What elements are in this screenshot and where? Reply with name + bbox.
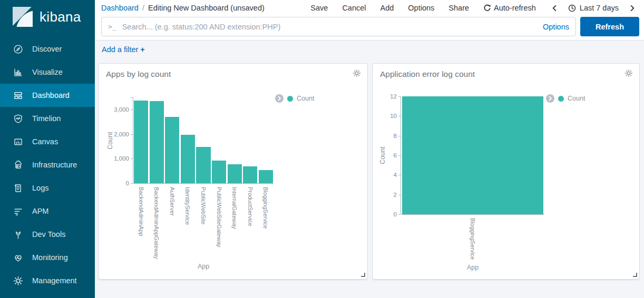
x-axis-title: App — [198, 263, 209, 270]
y-tick-mark — [131, 183, 133, 184]
frame-icon — [13, 137, 23, 147]
sidebar-item-label: Timelion — [32, 114, 61, 123]
search-input[interactable] — [122, 23, 538, 31]
chart-bar-IdentityService[interactable] — [181, 135, 195, 183]
bar-chart-icon — [13, 67, 23, 77]
refresh-button[interactable]: Refresh — [580, 17, 639, 36]
sidebar-item-monitoring[interactable]: Monitoring — [0, 246, 95, 269]
y-tick-mark — [131, 134, 133, 135]
y-tick-label: 12 — [374, 93, 397, 100]
chart-bar-BackendAdminApp[interactable] — [134, 101, 148, 183]
sidebar: kibana DiscoverVisualizeDashboardTimelio… — [0, 0, 95, 298]
kibana-logo-icon — [13, 7, 33, 27]
y-axis-top-tick — [131, 97, 133, 98]
chevron-right-icon — [629, 5, 636, 12]
action-options[interactable]: Options — [408, 4, 434, 12]
y-axis-line — [401, 96, 401, 214]
sidebar-item-timelion[interactable]: Timelion — [0, 107, 95, 130]
y-axis-line — [133, 97, 133, 183]
legend-series-dot[interactable] — [287, 96, 293, 102]
y-tick-mark — [398, 136, 401, 136]
sidebar-item-logs[interactable]: Logs — [0, 176, 95, 200]
y-tick-label: 0 — [106, 180, 129, 187]
legend-series-label[interactable]: Count — [568, 95, 585, 102]
y-tick-mark — [398, 214, 401, 215]
sidebar-item-visualize[interactable]: Visualize — [0, 61, 95, 84]
action-add[interactable]: Add — [380, 4, 394, 12]
wrench-icon — [13, 230, 23, 240]
chart-bar-PublicWebSite[interactable] — [196, 147, 210, 183]
x-category-label: AuthServer — [169, 187, 175, 216]
y-tick-label: 2 — [374, 191, 397, 198]
topbar-actions: SaveCancelAddOptionsShare — [310, 4, 469, 12]
terminal-prompt-icon: >_ — [108, 23, 116, 31]
sidebar-item-label: APM — [32, 207, 48, 215]
y-tick-mark — [398, 155, 401, 156]
time-back-button[interactable] — [551, 5, 558, 12]
sidebar-item-label: Monitoring — [32, 253, 68, 262]
legend-toggle-icon[interactable] — [546, 94, 554, 103]
action-cancel[interactable]: Cancel — [342, 4, 366, 12]
breadcrumb-current: Editing New Dashboard (unsaved) — [148, 4, 265, 12]
legend-series-dot[interactable] — [558, 96, 564, 102]
x-category-label: PublicWebSiteGateway — [216, 187, 222, 247]
time-range-button[interactable]: Last 7 days — [568, 4, 619, 12]
auto-refresh-button[interactable]: Auto-refresh — [483, 4, 536, 12]
sidebar-item-label: Dev Tools — [32, 230, 65, 239]
search-options-link[interactable]: Options — [543, 23, 569, 31]
chart-bar-PublicWebSiteGateway[interactable] — [212, 161, 226, 183]
chart-bar-ProductService[interactable] — [243, 166, 257, 183]
refresh-cycle-icon — [483, 4, 491, 12]
shield-chart-icon — [13, 114, 23, 124]
sidebar-item-management[interactable]: Management — [0, 269, 95, 292]
breadcrumb-dashboard-link[interactable]: Dashboard — [101, 4, 139, 12]
y-tick-label: 3,000 — [106, 106, 129, 113]
y-tick-mark — [398, 96, 401, 97]
kibana-logo[interactable]: kibana — [0, 0, 95, 32]
sidebar-item-infrastructure[interactable]: Infrastructure — [0, 153, 95, 176]
bar-chart-apps-by-log-count: 01,0002,0003,000BackendAdminAppBackendAd… — [99, 64, 367, 279]
action-share[interactable]: Share — [448, 4, 469, 12]
sidebar-item-apm[interactable]: APM — [0, 200, 95, 223]
x-axis-title: App — [467, 264, 479, 271]
add-filter-link[interactable]: Add a filter+ — [102, 45, 145, 54]
sidebar-item-dev-tools[interactable]: Dev Tools — [0, 223, 95, 246]
search-box: >_ Options — [101, 17, 576, 36]
y-tick-mark — [131, 110, 133, 110]
x-category-label: BloggingService — [262, 187, 269, 229]
dashboard-grid-icon — [13, 91, 23, 101]
top-bar: Dashboard / Editing New Dashboard (unsav… — [95, 0, 644, 16]
sidebar-item-label: Discover — [32, 45, 62, 53]
sidebar-item-discover[interactable]: Discover — [0, 37, 95, 61]
chart-bar-AuthServer[interactable] — [165, 117, 179, 183]
legend-toggle-icon[interactable] — [275, 94, 284, 103]
scroll-icon — [13, 183, 23, 193]
legend-series-label[interactable]: Count — [297, 95, 314, 102]
chart-bar-BloggingService[interactable] — [402, 96, 543, 214]
y-tick-mark — [398, 195, 401, 195]
time-picker: Last 7 days — [551, 4, 636, 12]
x-category-label: ProductService — [247, 187, 253, 226]
chart-bar-BackendAdminAppGateway[interactable] — [150, 101, 164, 183]
chart-legend: Count — [546, 94, 585, 103]
sidebar-nav: DiscoverVisualizeDashboardTimelionCanvas… — [0, 37, 95, 292]
sidebar-item-canvas[interactable]: Canvas — [0, 130, 95, 153]
time-forward-button[interactable] — [629, 5, 636, 12]
y-axis-title: Count — [379, 146, 386, 164]
panel-resize-handle[interactable] — [633, 273, 637, 277]
panel-apps-by-log-count: Apps by log count 01,0002,0003,000Backen… — [98, 63, 368, 280]
y-tick-label: 10 — [374, 112, 397, 120]
x-axis-line — [401, 214, 544, 215]
y-tick-mark — [398, 175, 401, 175]
sidebar-item-label: Management — [32, 276, 77, 285]
sidebar-item-dashboard[interactable]: Dashboard — [0, 84, 95, 107]
sidebar-item-label: Infrastructure — [32, 161, 77, 169]
panel-resize-handle[interactable] — [361, 273, 365, 277]
heartbeat-icon — [13, 253, 23, 263]
x-category-label: BackendAdminApp — [138, 187, 144, 236]
y-tick-mark — [131, 158, 133, 159]
chart-bar-BloggingService[interactable] — [259, 170, 273, 183]
chart-bar-InternalGateway[interactable] — [228, 164, 242, 183]
action-save[interactable]: Save — [310, 4, 328, 12]
main-area: Dashboard / Editing New Dashboard (unsav… — [95, 0, 644, 298]
